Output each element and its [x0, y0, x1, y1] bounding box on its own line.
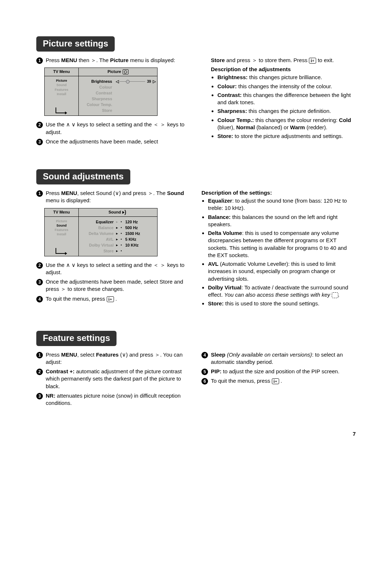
- sound-step-3: Once the adjustments have been made, sel…: [46, 278, 191, 293]
- sound-desc-heading: Description of the settings:: [201, 190, 356, 196]
- step-1-bullet: 1: [36, 352, 43, 358]
- feature-left-col: 1 Press MENU, select Features (∨) and pr…: [36, 351, 191, 409]
- step-3-bullet: 3: [36, 393, 43, 399]
- step-3-bullet: 3: [36, 139, 43, 145]
- feature-step-1: Press MENU, select Features (∨) and pres…: [46, 351, 191, 366]
- menu-tv-menu-label: TV Menu: [45, 68, 79, 76]
- picture-settings-header: Picture settings: [36, 36, 115, 52]
- step-6-bullet: 6: [201, 378, 208, 385]
- menu-picture-title: Picture: [79, 68, 157, 76]
- feature-settings-header: Feature settings: [36, 331, 117, 346]
- step-2-bullet: 2: [36, 122, 43, 128]
- sound-step-4: To quit the menus, press i+ .: [46, 295, 191, 302]
- picture-left-col: 1 Press MENU then ＞. The Picture menu is…: [36, 57, 191, 147]
- step-4-bullet: 4: [201, 352, 208, 358]
- exit-key-icon: i+: [107, 296, 114, 302]
- surround-key-icon: [332, 292, 338, 298]
- feature-step-2: Contrast +: automatic adjustment of the …: [46, 368, 191, 390]
- feature-right-col: 4 Sleep (Only available on certain versi…: [201, 351, 356, 409]
- sound-right-col: Description of the settings: Equalizer: …: [201, 190, 356, 309]
- arrow-connector-icon: [56, 107, 66, 113]
- step-1-bullet: 1: [36, 57, 43, 64]
- feature-step-6: To quit the menus, press i+ .: [211, 377, 356, 385]
- feature-step-4: Sleep (Only available on certain version…: [211, 351, 356, 366]
- sound-left-col: 1 Press MENU, select Sound (∨) and press…: [36, 190, 191, 309]
- picture-icon: [123, 69, 128, 74]
- picture-right-col: Store and press ＞ to store them. Press i…: [201, 57, 356, 147]
- step-1-bullet: 1: [36, 190, 43, 197]
- step-3-bullet: 3: [36, 279, 43, 285]
- brightness-slider: ◁ 39▷: [114, 79, 156, 84]
- step-5-bullet: 5: [201, 369, 208, 375]
- picture-settings-section: Picture settings 1 Press MENU then ＞. Th…: [36, 36, 356, 147]
- menu-left-panel: Picture Sound Features Install: [45, 216, 79, 256]
- page-number: 7: [36, 431, 356, 437]
- picture-step-3: Once the adjustments have been made, sel…: [46, 138, 191, 145]
- feature-step-5: PIP: to adjust the size and position of …: [211, 368, 356, 375]
- menu-sound-title: Sound: [79, 208, 157, 216]
- picture-step-1: Press MENU then ＞. The Picture menu is d…: [46, 57, 191, 64]
- sound-step-1: Press MENU, select Sound (∨) and press ＞…: [46, 190, 191, 204]
- sound-menu-screenshot: TV Menu Sound Picture Sound Features Ins…: [44, 208, 158, 256]
- picture-desc-list: Brightness: this changes picture brillia…: [211, 74, 356, 140]
- sound-icon: [122, 210, 127, 215]
- exit-key-icon: i+: [309, 58, 316, 64]
- arrow-connector-icon: [56, 248, 66, 254]
- picture-step-2: Use the ∧ ∨ keys to select a setting and…: [46, 121, 191, 136]
- sound-desc-list: Equalizer: to adjust the sound tone (fro…: [201, 197, 356, 308]
- menu-right-panel: Brightness ◁ 39▷ Colour Contrast Sharpne…: [79, 76, 157, 115]
- step-4-bullet: 4: [36, 296, 43, 302]
- picture-desc-heading: Description of the adjustments: [211, 66, 356, 72]
- menu-right-panel: Equalizer▸•120 Hz Balance▸•500 Hz Delta …: [79, 216, 157, 256]
- picture-menu-screenshot: TV Menu Picture Picture Sound Features I…: [44, 68, 158, 116]
- sound-adjustments-section: Sound adjustments 1 Press MENU, select S…: [36, 169, 356, 309]
- menu-left-panel: Picture Sound Features Install: [45, 76, 79, 115]
- step-2-bullet: 2: [36, 262, 43, 269]
- sound-step-2: Use the ∧ ∨ keys to select a setting and…: [46, 261, 191, 276]
- menu-tv-menu-label: TV Menu: [45, 208, 79, 216]
- sound-adjustments-header: Sound adjustments: [36, 169, 130, 184]
- feature-settings-section: Feature settings 1 Press MENU, select Fe…: [36, 331, 356, 409]
- exit-key-icon: i+: [272, 378, 279, 384]
- picture-step-3-cont: Store and press ＞ to store them. Press i…: [211, 57, 356, 64]
- feature-step-3: NR: attenuates picture noise (snow) in d…: [46, 392, 191, 407]
- step-2-bullet: 2: [36, 369, 43, 375]
